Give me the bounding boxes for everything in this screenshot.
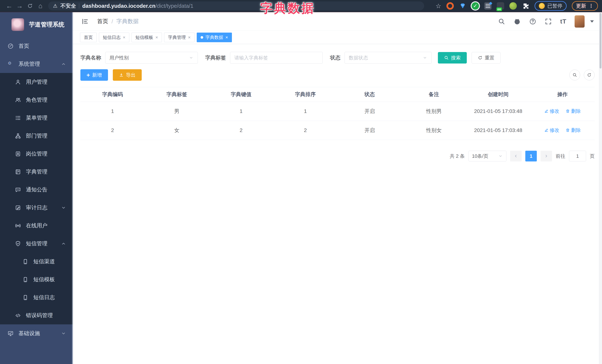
sidebar-item-online-users[interactable]: 在线用户 — [0, 217, 73, 235]
breadcrumb-home[interactable]: 首页 — [97, 18, 108, 25]
reset-button[interactable]: 重置 — [472, 52, 501, 63]
extension-check-icon[interactable]: ✓ — [472, 2, 479, 10]
font-size-icon[interactable]: tT — [560, 18, 566, 25]
goto-page-input[interactable] — [569, 151, 586, 161]
browser-menu-icon[interactable]: ⋮ — [589, 3, 594, 9]
close-icon[interactable]: × — [123, 35, 125, 40]
dictionary-icon — [15, 169, 21, 175]
sidebar-item-user-management[interactable]: 用户管理 — [0, 73, 73, 91]
forward-icon[interactable]: → — [14, 2, 25, 10]
chevron-down-icon — [422, 55, 427, 60]
page-scrollbar[interactable] — [599, 12, 602, 364]
sidebar-item-label: 错误码管理 — [26, 312, 53, 319]
sidebar-item-role-management[interactable]: 角色管理 — [0, 91, 73, 109]
add-button[interactable]: + 新增 — [80, 69, 108, 81]
edit-link[interactable]: 修改 — [544, 127, 559, 134]
main-area: 首页 / 字典数据 tT 首页 短信日志 × 短信模板 × 字典管理 × — [73, 12, 602, 364]
home-icon[interactable]: ⌂ — [35, 2, 46, 10]
toolbar: + 新增 导出 — [80, 69, 595, 81]
sidebar-item-sms-management[interactable]: 短信管理 — [0, 235, 73, 252]
search-form: 字典名称 用户性别 字典标签 状态 数据状态 搜索 重置 — [80, 52, 595, 64]
app-logo[interactable]: 芋道管理系统 — [0, 12, 73, 37]
extension-bars-icon[interactable]: ◆ — [484, 2, 492, 10]
cell-dict-sort: 2 — [273, 121, 337, 140]
sidebar-fold-icon[interactable] — [81, 18, 89, 25]
sidebar-item-sms-channel[interactable]: 短信渠道 — [0, 252, 73, 270]
tab-dict-management[interactable]: 字典管理 × — [164, 32, 194, 42]
scrollbar-thumb[interactable] — [600, 13, 602, 69]
sidebar-item-label: 首页 — [19, 42, 29, 50]
search-icon[interactable] — [498, 18, 505, 25]
update-button[interactable]: 更新 ⋮ — [572, 1, 598, 11]
col-status: 状态 — [337, 87, 402, 102]
chevron-up-icon — [61, 241, 66, 246]
page-size-select[interactable]: 10条/页 — [468, 151, 506, 161]
tab-dict-data[interactable]: 字典数据 × — [197, 32, 232, 42]
phone-icon — [22, 294, 29, 301]
help-icon[interactable] — [529, 18, 537, 25]
status-select[interactable]: 数据状态 — [344, 52, 431, 64]
sidebar-item-infrastructure[interactable]: 基础设施 — [0, 324, 73, 342]
prev-page-button[interactable] — [510, 151, 522, 161]
sidebar-item-system-management[interactable]: 系统管理 — [0, 55, 73, 73]
delete-link[interactable]: 删除 — [566, 108, 581, 114]
page-content: 字典名称 用户性别 字典标签 状态 数据状态 搜索 重置 — [73, 44, 602, 161]
toggle-search-button[interactable] — [570, 70, 580, 80]
edit-link[interactable]: 修改 — [544, 108, 559, 114]
extension-orange-icon[interactable] — [446, 2, 454, 10]
dict-tag-input[interactable] — [234, 55, 318, 61]
paused-badge[interactable]: 已暂停 — [535, 1, 567, 11]
sidebar-item-home[interactable]: 首页 — [0, 37, 73, 55]
tab-home[interactable]: 首页 — [80, 32, 97, 42]
next-page-button[interactable] — [540, 151, 552, 161]
sidebar-item-post-management[interactable]: 岗位管理 — [0, 145, 73, 163]
col-actions: 操作 — [530, 87, 595, 102]
user-icon — [15, 79, 21, 85]
list-icon — [15, 115, 21, 121]
cell-remark: 性别女 — [402, 121, 466, 140]
sidebar-item-label: 菜单管理 — [26, 114, 47, 122]
chevron-left-icon — [514, 154, 518, 158]
delete-link[interactable]: 删除 — [566, 127, 581, 134]
bookmark-star-icon[interactable]: ☆ — [436, 2, 441, 10]
navbar-actions: tT — [498, 15, 594, 28]
back-icon[interactable]: ← — [4, 2, 14, 10]
fullscreen-icon[interactable] — [545, 18, 552, 25]
sidebar-item-notice[interactable]: 通知公告 — [0, 181, 73, 199]
sidebar-item-label: 部门管理 — [26, 132, 47, 140]
cell-dict-tag: 女 — [145, 121, 209, 140]
extension-gem-icon[interactable] — [459, 2, 466, 10]
sidebar-item-label: 字典管理 — [26, 168, 47, 176]
sidebar-item-dict-management[interactable]: 字典管理 — [0, 163, 73, 181]
address-bar[interactable]: ⚠ 不安全 dashboard.yudao.iocoder.cn/dict/ty… — [48, 1, 424, 10]
github-icon[interactable] — [514, 18, 521, 25]
url-divider — [79, 3, 79, 9]
sidebar-item-sms-template[interactable]: 短信模板 — [0, 270, 73, 289]
tab-sms-log[interactable]: 短信日志 × — [99, 32, 129, 42]
refresh-icon[interactable] — [25, 3, 35, 9]
sidebar-item-error-code[interactable]: 错误码管理 — [0, 306, 73, 324]
extension-switch-icon[interactable]: on — [497, 2, 504, 10]
close-icon[interactable]: × — [226, 35, 228, 40]
sidebar-item-dept-management[interactable]: 部门管理 — [0, 127, 73, 145]
logo-avatar — [11, 18, 24, 31]
extension-green-icon[interactable] — [509, 2, 517, 10]
sidebar-item-audit-log[interactable]: 审计日志 — [0, 199, 73, 217]
tab-sms-template[interactable]: 短信模板 × — [131, 32, 162, 42]
refresh-icon — [478, 55, 483, 60]
edit-icon — [544, 128, 549, 132]
col-dict-code: 字典编码 — [80, 87, 145, 102]
user-avatar[interactable] — [575, 15, 585, 28]
sidebar-item-menu-management[interactable]: 菜单管理 — [0, 109, 73, 127]
close-icon[interactable]: × — [155, 35, 158, 40]
dict-name-select[interactable]: 用户性别 — [105, 52, 198, 64]
emoji-face-icon — [539, 3, 545, 9]
refresh-table-button[interactable] — [584, 70, 595, 80]
search-button[interactable]: 搜索 — [438, 52, 467, 63]
avatar-caret-icon[interactable] — [590, 20, 594, 23]
sidebar-item-sms-log[interactable]: 短信日志 — [0, 289, 73, 306]
extensions-puzzle-icon[interactable] — [522, 2, 529, 10]
current-page-button[interactable]: 1 — [525, 151, 537, 161]
export-button[interactable]: 导出 — [113, 69, 142, 81]
close-icon[interactable]: × — [188, 35, 191, 40]
